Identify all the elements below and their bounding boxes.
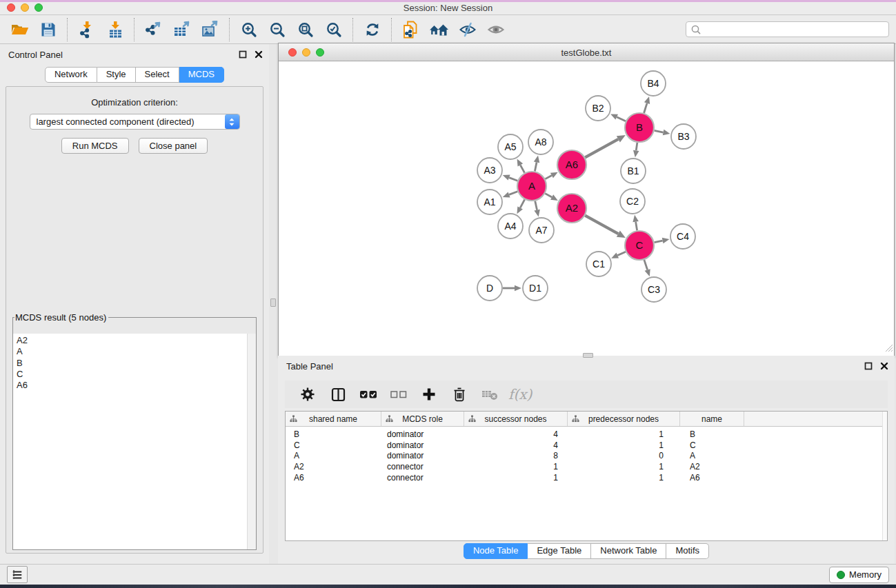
column-header-mcds-role[interactable]: MCDS role (381, 412, 464, 426)
table-row[interactable]: Bdominator41B (286, 429, 887, 440)
add-row-button[interactable] (416, 383, 442, 406)
import-table-icon (106, 21, 124, 39)
close-mcds-panel-button[interactable]: Close panel (139, 138, 208, 154)
export-network-button[interactable] (139, 17, 168, 42)
tab-node-table[interactable]: Node Table (464, 543, 528, 559)
export-table-button[interactable] (168, 17, 196, 42)
result-item[interactable]: A (17, 346, 247, 357)
delete-table-icon (481, 387, 499, 402)
table-panel-close-button[interactable] (879, 361, 889, 371)
graph-node-A6[interactable]: A6 (557, 150, 586, 179)
panel-splitter[interactable] (269, 44, 278, 564)
select-all-rows-button[interactable] (355, 383, 381, 406)
column-header-predecessor-nodes[interactable]: predecessor nodes (568, 412, 680, 426)
import-network-button[interactable] (72, 17, 101, 42)
graph-node-A2[interactable]: A2 (557, 194, 586, 223)
show-columns-button[interactable] (325, 383, 351, 406)
node-label: A6 (566, 159, 578, 170)
task-history-button[interactable] (7, 566, 28, 583)
graph-node-C3[interactable]: C3 (641, 277, 666, 302)
window-resize-grip[interactable] (885, 343, 893, 355)
criterion-dropdown[interactable]: largest connected component (directed) (30, 114, 240, 130)
table-row[interactable]: A2connector11A2 (286, 461, 887, 472)
search-icon (690, 24, 701, 35)
graph-node-A5[interactable]: A5 (498, 134, 523, 159)
table-cell: 4 (464, 429, 568, 439)
table-row[interactable]: A6connector11A6 (286, 472, 887, 483)
table-row[interactable]: Cdominator41C (286, 440, 887, 451)
clone-network-button[interactable] (397, 17, 425, 42)
network-window-titlebar[interactable]: testGlobe.txt (279, 43, 894, 61)
graph-node-A[interactable]: A (517, 172, 546, 201)
column-header-label: shared name (309, 414, 357, 424)
result-item[interactable]: B (17, 358, 247, 369)
column-header-shared-name[interactable]: shared name (286, 412, 381, 426)
graph-node-B4[interactable]: B4 (641, 71, 666, 96)
result-scrollbar[interactable] (247, 334, 256, 549)
column-header-successor-nodes[interactable]: successor nodes (464, 412, 568, 426)
search-box[interactable] (686, 21, 889, 37)
splitter-grip-icon[interactable] (270, 298, 276, 307)
zoom-fit-button[interactable] (291, 17, 319, 42)
graph-node-B3[interactable]: B3 (671, 124, 696, 149)
result-item[interactable]: A2 (17, 335, 247, 346)
tab-network[interactable]: Network (45, 67, 97, 83)
graph-node-C[interactable]: C (625, 231, 654, 260)
export-image-button[interactable] (196, 17, 224, 42)
result-item[interactable]: C (17, 369, 247, 380)
titlebar-accent (0, 0, 896, 2)
graph-node-C2[interactable]: C2 (620, 189, 645, 214)
delete-rows-button[interactable] (446, 383, 472, 406)
tab-edge-table[interactable]: Edge Table (528, 543, 591, 559)
network-canvas[interactable]: B4B2BB3A8A5A6A3B1AC2A1A2A4A7C4CC1C3DD1 (279, 61, 894, 356)
tab-select[interactable]: Select (136, 67, 179, 83)
bird-eye-view-button[interactable] (481, 17, 510, 42)
toolbar-separator (229, 18, 230, 41)
table-row[interactable]: Adominator80A (286, 450, 887, 461)
zoom-in-button[interactable] (235, 17, 263, 42)
run-mcds-button[interactable]: Run MCDS (61, 138, 129, 154)
delete-table-button[interactable] (477, 383, 503, 406)
graph-node-D[interactable]: D (477, 276, 502, 301)
graph-node-A7[interactable]: A7 (529, 218, 554, 243)
table-cell: B (286, 429, 381, 439)
graph-node-A4[interactable]: A4 (498, 214, 523, 239)
function-builder-button[interactable]: f(x) (508, 386, 532, 403)
table-panel-header: Table Panel (278, 356, 895, 376)
graph-node-A3[interactable]: A3 (477, 158, 502, 183)
graph-node-B2[interactable]: B2 (586, 96, 610, 121)
zoom-out-button[interactable] (263, 17, 291, 42)
open-session-button[interactable] (6, 17, 34, 42)
column-type-icon (468, 415, 476, 423)
graph-node-B[interactable]: B (625, 113, 654, 142)
graph-node-A8[interactable]: A8 (528, 130, 553, 154)
control-panel-close-button[interactable] (254, 50, 263, 59)
graph-node-A1[interactable]: A1 (477, 190, 502, 214)
zoom-selected-button[interactable] (319, 17, 348, 42)
tab-mcds[interactable]: MCDS (179, 67, 224, 83)
graph-node-C1[interactable]: C1 (586, 252, 611, 276)
result-item[interactable]: A6 (17, 380, 247, 391)
refresh-view-button[interactable] (358, 17, 386, 42)
graph-node-B1[interactable]: B1 (621, 159, 646, 183)
tab-style[interactable]: Style (97, 67, 136, 83)
column-header-name[interactable]: name (680, 412, 744, 426)
table-settings-button[interactable] (295, 383, 321, 406)
import-table-button[interactable] (101, 17, 129, 42)
graph-node-D1[interactable]: D1 (523, 276, 548, 301)
table-panel-float-button[interactable] (864, 361, 873, 371)
graph-node-C4[interactable]: C4 (670, 224, 695, 249)
control-panel-float-button[interactable] (238, 50, 248, 59)
first-neighbors-button[interactable] (425, 17, 453, 42)
tab-network-table[interactable]: Network Table (591, 543, 666, 559)
save-session-button[interactable] (34, 17, 62, 42)
node-label: D (486, 283, 493, 294)
network-graph[interactable]: B4B2BB3A8A5A6A3B1AC2A1A2A4A7C4CC1C3DD1 (279, 61, 894, 356)
show-hide-details-button[interactable] (453, 17, 481, 42)
table-scrollbar[interactable] (882, 412, 887, 540)
memory-button[interactable]: Memory (829, 567, 889, 583)
tab-motifs[interactable]: Motifs (666, 543, 709, 559)
search-input[interactable] (704, 23, 888, 36)
column-type-icon (572, 415, 579, 423)
deselect-all-rows-button[interactable] (386, 383, 412, 406)
